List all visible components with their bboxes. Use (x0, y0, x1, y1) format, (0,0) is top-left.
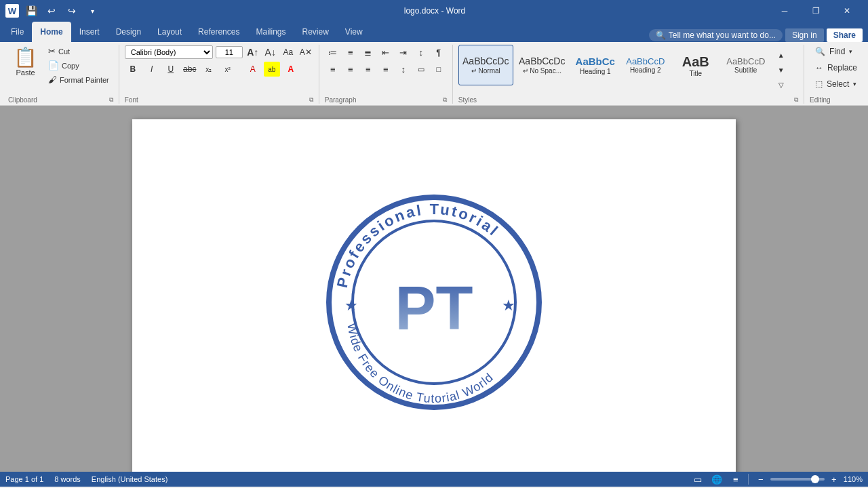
styles-expander[interactable]: ⧉ (794, 96, 798, 104)
clipboard-content: 📋 Paste ✂ Cut 📄 Copy 🖌 Format Painter (8, 45, 113, 95)
change-case-button[interactable]: Aa (281, 45, 296, 60)
style-subtitle-label: Subtitle (734, 66, 757, 74)
bold-button[interactable]: B (125, 62, 141, 77)
style-h1-label: Heading 1 (580, 68, 611, 75)
window-controls: ─ ❐ ✕ (769, 0, 863, 22)
zoom-in-button[interactable]: + (827, 472, 841, 486)
redo-button[interactable]: ↪ (64, 3, 80, 19)
web-layout-button[interactable]: 🌐 (710, 472, 724, 486)
focus-button[interactable]: ≡ (729, 472, 743, 486)
justify-button[interactable]: ≡ (378, 62, 394, 77)
zoom-thumb (811, 475, 819, 483)
replace-label: Replace (827, 63, 857, 73)
cut-label: Cut (58, 47, 70, 56)
share-button[interactable]: Share (827, 28, 863, 42)
clipboard-expander[interactable]: ⧉ (109, 96, 113, 104)
ribbon-tabs: File Home Insert Design Layout Reference… (0, 22, 868, 42)
status-left: Page 1 of 1 8 words English (United Stat… (5, 475, 167, 483)
styles-more-button[interactable]: ▽ (773, 77, 789, 92)
style-title[interactable]: AaB Title (671, 45, 720, 85)
styles-gallery: AaBbCcDc ↵ Normal AaBbCcDc ↵ No Spac... … (458, 45, 770, 85)
clear-format-button[interactable]: A✕ (298, 45, 313, 60)
restore-button[interactable]: ❐ (800, 0, 831, 22)
paragraph-label: Paragraph ⧉ (325, 95, 447, 104)
zoom-slider[interactable] (770, 478, 825, 481)
document-page[interactable]: Professional Tutorial Wide Free Online T… (132, 119, 736, 472)
paste-button[interactable]: 📋 Paste (8, 45, 43, 78)
styles-scroll: ▲ ▼ ▽ (772, 45, 791, 95)
text-effects-button[interactable]: A (245, 62, 261, 77)
font-expander[interactable]: ⧉ (309, 96, 313, 104)
sort-button[interactable]: ↕ (413, 45, 429, 60)
copy-button[interactable]: 📄 Copy (44, 59, 113, 72)
grow-font-button[interactable]: A↑ (245, 45, 260, 60)
multilevel-button[interactable]: ≣ (360, 45, 376, 60)
zoom-out-button[interactable]: − (754, 472, 768, 486)
font-size-input[interactable] (216, 46, 243, 58)
ribbon: 📋 Paste ✂ Cut 📄 Copy 🖌 Format Painter (0, 42, 868, 106)
borders-button[interactable]: □ (431, 62, 447, 77)
highlight-button[interactable]: ab (264, 62, 280, 77)
underline-button[interactable]: U (163, 62, 179, 77)
style-no-spacing[interactable]: AaBbCcDc ↵ No Spac... (515, 45, 570, 85)
tab-home[interactable]: Home (32, 22, 71, 42)
tab-design[interactable]: Design (108, 22, 149, 42)
tab-view[interactable]: View (337, 22, 371, 42)
customize-qat[interactable]: ▾ (84, 3, 100, 19)
sign-in-button[interactable]: Sign in (785, 28, 824, 42)
align-right-button[interactable]: ≡ (360, 62, 376, 77)
italic-button[interactable]: I (144, 62, 160, 77)
align-center-button[interactable]: ≡ (342, 62, 359, 77)
undo-button[interactable]: ↩ (43, 3, 60, 19)
style-subtitle-preview: AaBbCcD (726, 56, 765, 67)
style-heading1[interactable]: AaBbCc Heading 1 (571, 45, 620, 85)
tab-layout[interactable]: Layout (149, 22, 190, 42)
bullets-button[interactable]: ≔ (325, 45, 341, 60)
style-h2-preview: AaBbCcD (626, 56, 665, 67)
align-left-button[interactable]: ≡ (325, 62, 341, 77)
tell-me-input[interactable]: 🔍 Tell me what you want to do... (649, 29, 783, 41)
clipboard-label: Clipboard ⧉ (8, 95, 113, 104)
style-subtitle[interactable]: AaBbCcD Subtitle (722, 45, 770, 85)
document-title: logo.docx - Word (100, 6, 769, 16)
tab-references[interactable]: References (190, 22, 248, 42)
shrink-font-button[interactable]: A↓ (263, 45, 278, 60)
tab-file[interactable]: File (3, 22, 32, 42)
separator (748, 474, 749, 485)
shading-button[interactable]: ▭ (413, 62, 429, 77)
scissors-icon: ✂ (48, 46, 56, 56)
save-button[interactable]: 💾 (23, 3, 39, 19)
style-normal[interactable]: AaBbCcDc ↵ Normal (458, 45, 513, 85)
styles-content: AaBbCcDc ↵ Normal AaBbCcDc ↵ No Spac... … (458, 45, 791, 95)
styles-group: AaBbCcDc ↵ Normal AaBbCcDc ↵ No Spac... … (453, 45, 804, 104)
select-label: Select (827, 79, 849, 89)
minimize-button[interactable]: ─ (769, 0, 800, 22)
tab-review[interactable]: Review (294, 22, 336, 42)
decrease-indent-button[interactable]: ⇤ (378, 45, 394, 60)
find-button[interactable]: 🔍 Find ▾ (810, 45, 863, 58)
replace-button[interactable]: ↔ Replace (810, 61, 863, 75)
increase-indent-button[interactable]: ⇥ (395, 45, 412, 60)
close-button[interactable]: ✕ (831, 0, 863, 22)
show-para-button[interactable]: ¶ (431, 45, 447, 60)
editing-content: 🔍 Find ▾ ↔ Replace ⬚ Select ▾ (810, 45, 863, 95)
numbering-button[interactable]: ≡ (342, 45, 359, 60)
tab-insert[interactable]: Insert (71, 22, 108, 42)
select-button[interactable]: ⬚ Select ▾ (810, 77, 863, 91)
font-row1: Calibri (Body) A↑ A↓ Aa A✕ (125, 45, 313, 60)
format-painter-button[interactable]: 🖌 Format Painter (44, 73, 113, 86)
tab-mailings[interactable]: Mailings (248, 22, 294, 42)
styles-scroll-down[interactable]: ▼ (773, 62, 789, 77)
font-color-button[interactable]: A (283, 62, 299, 77)
styles-scroll-up[interactable]: ▲ (773, 47, 789, 62)
superscript-button[interactable]: x² (220, 62, 236, 77)
subscript-button[interactable]: x₂ (201, 62, 217, 77)
cut-button[interactable]: ✂ Cut (44, 45, 113, 58)
style-heading2[interactable]: AaBbCcD Heading 2 (621, 45, 670, 85)
line-spacing-button[interactable]: ↕ (395, 62, 412, 77)
styles-label: Styles ⧉ (458, 95, 798, 104)
strikethrough-button[interactable]: abc (182, 62, 198, 77)
print-layout-button[interactable]: ▭ (691, 472, 705, 486)
font-family-select[interactable]: Calibri (Body) (125, 45, 213, 59)
paragraph-expander[interactable]: ⧉ (443, 96, 447, 104)
